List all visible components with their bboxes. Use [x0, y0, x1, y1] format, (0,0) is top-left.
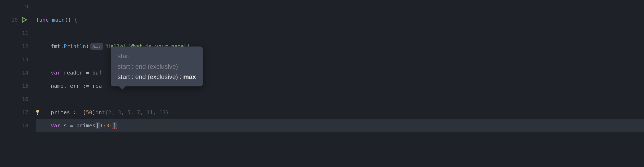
identifier: name, err — [51, 83, 83, 89]
gutter-row: 17 — [0, 106, 31, 119]
line-number: 9 — [25, 3, 28, 10]
gutter-row: 16 — [0, 92, 31, 106]
number: 50 — [86, 109, 92, 115]
line-number: 16 — [22, 96, 28, 102]
tooltip-option-active[interactable]: start : end (exclusive) : max — [118, 72, 196, 82]
code-line[interactable] — [36, 92, 644, 106]
number: 1 — [100, 122, 103, 129]
line-number: 10 — [11, 17, 18, 23]
colon: : — [103, 122, 106, 129]
error-underline-icon — [113, 128, 117, 129]
operator: := — [83, 83, 92, 89]
colon: : — [109, 122, 113, 129]
gutter-row: 13 — [0, 53, 31, 66]
parens: () — [65, 17, 71, 23]
identifier: reader — [60, 69, 86, 76]
tooltip-prefix: start : end (exclusive) : — [118, 73, 183, 80]
operator: := — [73, 109, 83, 115]
tooltip-option[interactable]: start — [118, 51, 196, 61]
open-bracket: [ — [96, 122, 100, 129]
keyword: func — [36, 17, 49, 23]
line-number: 17 — [22, 109, 28, 115]
run-icon[interactable] — [20, 16, 28, 24]
dot: . — [60, 43, 64, 49]
code-editor[interactable]: 9 10 11 12 13 14 15 16 17 — [0, 0, 644, 167]
identifier: primes — [76, 122, 95, 129]
gutter-row: 15 — [0, 79, 31, 92]
lightbulb-icon[interactable] — [35, 109, 41, 115]
inlay-hint: a…: — [90, 43, 103, 50]
tooltip-option[interactable]: start : end (exclusive) — [118, 61, 196, 72]
function-call: Println — [64, 43, 86, 49]
gutter: 9 10 11 12 13 14 15 16 17 — [0, 0, 31, 167]
keyword: var — [51, 122, 60, 129]
type: in — [96, 109, 102, 115]
gutter-row: 12 — [0, 40, 31, 53]
line-number: 13 — [22, 56, 28, 63]
identifier: primes — [51, 109, 73, 115]
line-number: 15 — [22, 83, 28, 89]
gutter-row: 14 — [0, 66, 31, 79]
line-number: 14 — [22, 69, 28, 76]
package: fmt — [51, 43, 60, 49]
operator: = — [70, 122, 76, 129]
open-bracket: [ — [83, 109, 86, 115]
line-number: 18 — [22, 122, 28, 129]
close-bracket: ] — [113, 122, 116, 129]
code-line[interactable] — [36, 0, 644, 13]
code-line[interactable] — [36, 26, 644, 40]
obscured-code: t{2, 3, 5, 7, 11, 13} — [102, 109, 169, 115]
keyword: var — [51, 69, 60, 76]
gutter-row: 9 — [0, 0, 31, 13]
number: 3 — [106, 122, 109, 129]
gutter-row: 11 — [0, 26, 31, 40]
line-number: 11 — [22, 30, 28, 36]
svg-rect-1 — [37, 114, 38, 115]
operator: = — [86, 69, 92, 76]
gutter-row: 18 — [0, 119, 31, 132]
parameter-info-tooltip: start start : end (exclusive) start : en… — [111, 47, 203, 86]
code-area[interactable]: func main() { fmt.Println(a…:"Hello! Wha… — [31, 0, 644, 167]
tooltip-current-param: max — [183, 73, 196, 80]
identifier: rea — [92, 83, 102, 89]
open-paren: ( — [86, 43, 89, 49]
code-line[interactable]: primes := [50]int{2, 3, 5, 7, 11, 13} — [36, 106, 644, 119]
function-name: main — [52, 17, 65, 23]
line-number: 12 — [22, 43, 28, 49]
code-line[interactable]: func main() { — [36, 13, 644, 26]
identifier: s — [60, 122, 70, 129]
svg-rect-0 — [37, 114, 38, 114]
brace: { — [71, 17, 77, 23]
code-line-current[interactable]: var s = primes[1:3:] — [36, 119, 644, 132]
identifier: buf — [92, 69, 102, 76]
close-bracket: ] — [92, 109, 96, 115]
close-bracket-cursor: ] — [113, 122, 117, 129]
gutter-row: 10 — [0, 13, 31, 26]
